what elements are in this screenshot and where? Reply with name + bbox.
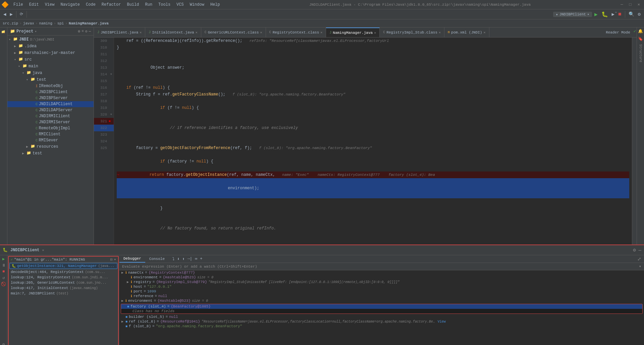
stop-button[interactable]: ■ bbox=[617, 11, 623, 17]
menu-vcs[interactable]: VCS bbox=[174, 2, 186, 8]
menu-build[interactable]: Build bbox=[124, 2, 142, 8]
var-builder[interactable]: ■ builder (slot_5) = null bbox=[119, 315, 644, 319]
step-over-btn[interactable]: ⤵ bbox=[171, 256, 175, 262]
thread-filter-btn[interactable]: ⊟ bbox=[110, 257, 113, 262]
tab-close-0[interactable]: ✕ bbox=[140, 30, 142, 34]
thread-expand-btn[interactable]: ▾ bbox=[114, 257, 116, 262]
toolbar-refresh-btn[interactable]: ⟳ bbox=[18, 11, 24, 17]
frame-5[interactable]: main:7, JNDIBPClient (test) bbox=[9, 291, 118, 296]
debug-stop-btn[interactable]: ■ bbox=[2, 269, 5, 274]
tab-genericurlcontext[interactable]: C GenericURLContext.class ✕ bbox=[201, 27, 266, 37]
breadcrumb-srcrzip[interactable]: src.zip bbox=[3, 21, 18, 25]
tab-close-3[interactable]: ✕ bbox=[320, 30, 322, 34]
frame-3[interactable]: lookup:205, GenericURLContext (com.sun.j… bbox=[9, 280, 118, 285]
project-hide-btn[interactable]: — bbox=[89, 29, 91, 33]
project-collapse-btn[interactable]: ≡ bbox=[82, 29, 84, 33]
menu-navigate[interactable]: Navigate bbox=[58, 2, 83, 8]
debug-resume-btn[interactable]: ▶ bbox=[2, 257, 5, 262]
debug-close-btn[interactable]: ✕ bbox=[42, 248, 44, 252]
code-content[interactable]: ref = ((Referenceable)(refInfo)).getRefe… bbox=[114, 38, 632, 245]
run-to-cursor-btn[interactable]: →| bbox=[186, 256, 193, 262]
frame-4[interactable]: lookup:417, InitialContext (javax.naming… bbox=[9, 285, 118, 291]
tab-namingmanager[interactable]: J NamingManager.java ✕ bbox=[326, 27, 380, 37]
project-tool-btn[interactable]: 📁 bbox=[1, 29, 6, 36]
tab-initialcontext[interactable]: J InitialContext.java ✕ bbox=[145, 27, 201, 37]
add-watch-btn[interactable]: + bbox=[199, 256, 203, 262]
tree-test[interactable]: ▾📁 test bbox=[7, 76, 94, 83]
breadcrumb-javax[interactable]: javax bbox=[23, 21, 34, 25]
tab-close-2[interactable]: ✕ bbox=[260, 30, 262, 34]
tree-remoteobjimpl[interactable]: C RemoteObjImpl bbox=[7, 125, 94, 131]
var-port[interactable]: ℹ port = 1099 bbox=[119, 289, 644, 294]
run-button[interactable]: ▶ bbox=[593, 11, 599, 18]
reader-mode-btn[interactable]: Reader Mode bbox=[603, 27, 633, 37]
tree-marshalsec[interactable]: ▶📁 marshalsec-jar-master bbox=[7, 50, 94, 56]
tab-jndibpclient[interactable]: J JNDIBPClient.java ✕ bbox=[94, 27, 145, 37]
tab-close-5[interactable]: ✕ bbox=[439, 30, 441, 34]
search-button[interactable]: 🔍 bbox=[627, 11, 636, 17]
frame-0[interactable]: 🐛 getObjectInstance:321, NamingManager (… bbox=[9, 263, 117, 269]
menu-view[interactable]: View bbox=[42, 2, 57, 8]
tree-jndirmiserver[interactable]: C JNDIRMIServer bbox=[7, 119, 94, 125]
breadcrumb-naming[interactable]: naming bbox=[39, 21, 52, 25]
frame-1[interactable]: decodeObject:464, RegistryContext (com.s… bbox=[9, 269, 118, 275]
tree-rmisever[interactable]: C RMISever bbox=[7, 137, 94, 143]
var-ref[interactable]: ▶ ■ ref (slot_6) = {ResourceRef@1041} "R… bbox=[119, 319, 644, 324]
toolbar-back-btn[interactable]: ◀ bbox=[2, 11, 7, 18]
close-button[interactable]: ✕ bbox=[635, 2, 643, 7]
breadcrumb-spi[interactable]: spi bbox=[57, 21, 64, 25]
var-registry[interactable]: ▶ ℹ registry = {RegistryImpl_Stub@779} "… bbox=[119, 280, 644, 284]
step-into-btn[interactable]: ⬇ bbox=[176, 256, 180, 262]
expression-bar[interactable]: Evaluate expression (Enter) or add a wat… bbox=[119, 263, 644, 270]
maximize-button[interactable]: □ bbox=[627, 2, 634, 7]
tree-jndiLDAPclient[interactable]: C JNDILDAPClient bbox=[7, 101, 94, 107]
evaluate-btn[interactable]: ⌨ bbox=[194, 256, 198, 262]
var-factory[interactable]: ■ factory (slot_4) = {BeanFactory@1085} bbox=[121, 304, 642, 309]
console-tab[interactable]: Console bbox=[145, 256, 169, 262]
debug-settings2-btn[interactable]: ⚙ bbox=[2, 342, 5, 345]
var-class-no-fields[interactable]: Class has no fields bbox=[121, 309, 642, 314]
project-header-dropdown[interactable]: ▾ bbox=[35, 29, 37, 33]
tree-java[interactable]: ▾📁 java bbox=[7, 70, 94, 76]
debug-rerun-btn[interactable]: ↺ bbox=[2, 275, 5, 280]
var-environment-1[interactable]: ℹ environment = {Hashtable@523} size = 0 bbox=[119, 275, 644, 280]
menu-edit[interactable]: Edit bbox=[26, 2, 42, 8]
var-f[interactable]: ■ f (slot_8) = "org.apache.naming.factor… bbox=[119, 324, 644, 329]
var-reference[interactable]: ℹ reference = null bbox=[119, 294, 644, 298]
toolbar-forward-btn[interactable]: ▶ bbox=[8, 11, 14, 18]
var-host[interactable]: ℹ host = "127.0.0.1" bbox=[119, 284, 644, 289]
notifications-icon[interactable]: 🔔 bbox=[638, 29, 643, 34]
tab-close-1[interactable]: ✕ bbox=[196, 30, 198, 34]
debug-pause-btn[interactable]: ⏸ bbox=[2, 263, 6, 268]
project-locate-btn[interactable]: ⊙ bbox=[78, 29, 80, 33]
debugger-tab[interactable]: Debugger bbox=[119, 255, 145, 263]
menu-code[interactable]: Code bbox=[83, 2, 98, 8]
tree-jndibpserver[interactable]: C JNDIBPServer bbox=[7, 95, 94, 101]
tab-registrycontext[interactable]: C RegistryContext.class ✕ bbox=[266, 27, 326, 37]
var-namectx[interactable]: ▶ ℹ nameCtx = {RegistryContext@777} bbox=[119, 270, 644, 275]
tab-close-6[interactable]: ✕ bbox=[483, 30, 485, 34]
tree-iremoteobj[interactable]: I IRemoteObj bbox=[7, 83, 94, 89]
expression-expand-icon[interactable]: ▾ bbox=[639, 264, 641, 269]
coverage-button[interactable]: ▶̈ bbox=[610, 11, 616, 17]
menu-run[interactable]: Run bbox=[142, 2, 155, 8]
tree-resources[interactable]: ▶📁 resources bbox=[7, 143, 94, 150]
tree-jndirmiclient[interactable]: C JNDIRMIClient bbox=[7, 113, 94, 119]
settings-button[interactable]: ⚙ bbox=[637, 11, 642, 17]
tab-registryimpl[interactable]: C RegistryImpl_Stub.class ✕ bbox=[380, 27, 444, 37]
menu-window[interactable]: Window bbox=[187, 2, 207, 8]
vars-expand-btn[interactable]: ⤢ bbox=[635, 256, 644, 262]
tree-jndibpclient[interactable]: C JNDIBPClient bbox=[7, 89, 94, 95]
tree-test2[interactable]: ▶📁 test bbox=[7, 150, 94, 157]
menu-refactor[interactable]: Refactor bbox=[99, 2, 124, 8]
bookmarks-icon[interactable]: 🔖 bbox=[638, 37, 643, 42]
tab-pomxml[interactable]: m pom.xml (JNDI) ✕ bbox=[444, 27, 489, 37]
debug-settings-btn[interactable]: ⚙ bbox=[633, 247, 636, 253]
menu-help[interactable]: Help bbox=[208, 2, 223, 8]
var-environment-2[interactable]: ▶ ℹ environment = {Hashtable@523} size =… bbox=[119, 298, 644, 303]
step-out-btn[interactable]: ⬆ bbox=[181, 256, 185, 262]
tree-rmiclient[interactable]: C RMIClient bbox=[7, 131, 94, 137]
run-config-dropdown[interactable]: ⬧ JNDIBPClient ▾ bbox=[553, 12, 592, 17]
project-settings-btn[interactable]: ⚙ bbox=[85, 29, 88, 33]
frame-2[interactable]: lookup:124, RegistryContext (com.sun.jnd… bbox=[9, 275, 118, 280]
